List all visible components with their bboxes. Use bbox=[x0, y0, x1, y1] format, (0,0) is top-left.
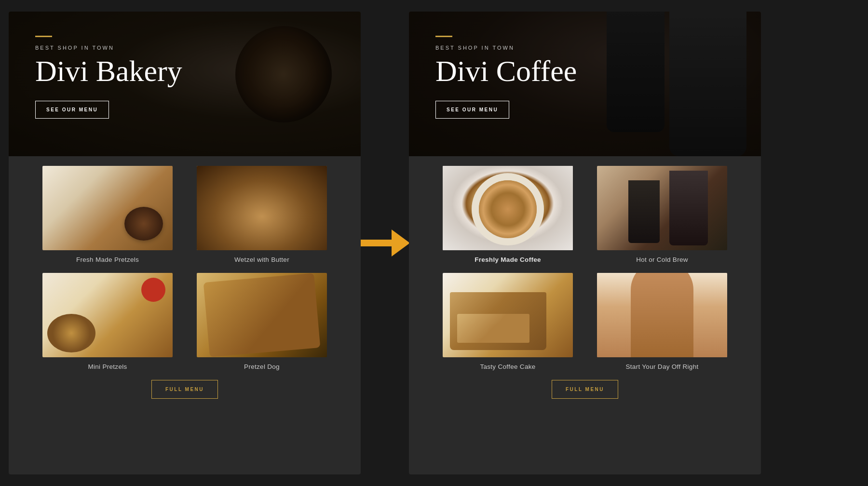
bakery-panel: BEST SHOP IN TOWN Divi Bakery SEE OUR ME… bbox=[9, 12, 361, 474]
coffee-title: Divi Coffee bbox=[435, 54, 577, 87]
coffee-item-4: Start Your Day Off Right bbox=[590, 273, 734, 370]
bakery-item-3: Mini Pretzels bbox=[35, 273, 180, 370]
arrow-body bbox=[360, 240, 392, 246]
bakery-items-grid: Fresh Made Pretzels Wetzel with Butter M… bbox=[35, 166, 334, 370]
bakery-hero: BEST SHOP IN TOWN Divi Bakery SEE OUR ME… bbox=[9, 12, 361, 156]
bakery-image-pretzel-dog bbox=[197, 273, 327, 357]
coffee-grid-section: Freshly Made Coffee Hot or Cold Brew Tas… bbox=[409, 166, 761, 418]
bakery-label-4: Pretzel Dog bbox=[244, 363, 280, 370]
main-container: BEST SHOP IN TOWN Divi Bakery SEE OUR ME… bbox=[0, 0, 868, 486]
coffee-see-menu-button[interactable]: SEE OUR MENU bbox=[435, 101, 509, 119]
coffee-image-latte bbox=[443, 166, 573, 250]
arrow-shape bbox=[360, 230, 410, 256]
coffee-accent-line bbox=[435, 36, 452, 37]
bakery-item-4: Pretzel Dog bbox=[190, 273, 334, 370]
bakery-see-menu-button[interactable]: SEE OUR MENU bbox=[35, 101, 109, 119]
coffee-label-4: Start Your Day Off Right bbox=[625, 363, 698, 370]
bakery-image-mini-pretzels bbox=[42, 273, 173, 357]
coffee-full-menu-container: FULL MENU bbox=[435, 370, 734, 404]
coffee-label-1: Freshly Made Coffee bbox=[475, 256, 541, 263]
arrow-container bbox=[361, 230, 409, 256]
coffee-items-grid: Freshly Made Coffee Hot or Cold Brew Tas… bbox=[435, 166, 734, 370]
coffee-hero-content: BEST SHOP IN TOWN Divi Coffee SEE OUR ME… bbox=[435, 36, 577, 119]
bakery-hero-content: BEST SHOP IN TOWN Divi Bakery SEE OUR ME… bbox=[35, 36, 182, 119]
coffee-label-2: Hot or Cold Brew bbox=[636, 256, 688, 263]
coffee-image-woman bbox=[597, 273, 727, 357]
coffee-image-cold-brew bbox=[597, 166, 727, 250]
bakery-full-menu-button[interactable]: FULL MENU bbox=[151, 380, 218, 399]
coffee-subtitle: BEST SHOP IN TOWN bbox=[435, 45, 577, 51]
arrow-head bbox=[392, 230, 410, 256]
bakery-item-2: Wetzel with Butter bbox=[190, 166, 334, 263]
bakery-label-2: Wetzel with Butter bbox=[234, 256, 289, 263]
coffee-image-cake bbox=[443, 273, 573, 357]
coffee-item-1: Freshly Made Coffee bbox=[435, 166, 580, 263]
bakery-subtitle: BEST SHOP IN TOWN bbox=[35, 45, 182, 51]
bakery-item-1: Fresh Made Pretzels bbox=[35, 166, 180, 263]
bakery-image-wetzel bbox=[197, 166, 327, 250]
coffee-panel: BEST SHOP IN TOWN Divi Coffee SEE OUR ME… bbox=[409, 12, 761, 474]
bakery-label-3: Mini Pretzels bbox=[88, 363, 127, 370]
latte-art-overlay bbox=[443, 166, 573, 250]
coffee-item-3: Tasty Coffee Cake bbox=[435, 273, 580, 370]
bakery-full-menu-container: FULL MENU bbox=[35, 370, 334, 404]
coffee-full-menu-button[interactable]: FULL MENU bbox=[552, 380, 618, 399]
coffee-hero: BEST SHOP IN TOWN Divi Coffee SEE OUR ME… bbox=[409, 12, 761, 156]
bakery-accent-line bbox=[35, 36, 52, 37]
bakery-image-fresh-pretzels bbox=[42, 166, 173, 250]
bakery-grid-section: Fresh Made Pretzels Wetzel with Butter M… bbox=[9, 166, 361, 418]
coffee-label-3: Tasty Coffee Cake bbox=[480, 363, 535, 370]
bakery-title: Divi Bakery bbox=[35, 54, 182, 87]
coffee-item-2: Hot or Cold Brew bbox=[590, 166, 734, 263]
bakery-label-1: Fresh Made Pretzels bbox=[76, 256, 139, 263]
